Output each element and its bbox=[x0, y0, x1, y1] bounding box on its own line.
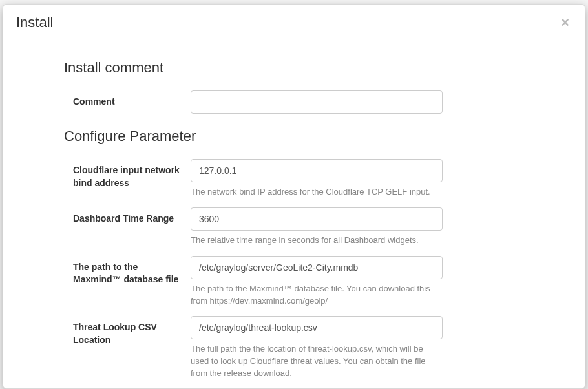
maxmind-path-help: The path to the Maxmind™ database file. … bbox=[191, 283, 443, 308]
comment-input[interactable] bbox=[191, 90, 443, 114]
bind-address-help: The network bind IP address for the Clou… bbox=[191, 186, 443, 198]
dashboard-time-range-input[interactable] bbox=[191, 207, 443, 231]
install-modal: Install × Install comment Comment Config… bbox=[3, 4, 585, 389]
modal-body: Install comment Comment Configure Parame… bbox=[3, 41, 585, 388]
section-install-comment: Install comment bbox=[64, 59, 546, 76]
section-configure-parameter: Configure Parameter bbox=[64, 128, 546, 145]
maxmind-path-input[interactable] bbox=[191, 256, 443, 279]
dashboard-time-range-row: Dashboard Time Range The relative time r… bbox=[73, 207, 546, 247]
maxmind-path-label: The path to the Maxmind™ database file bbox=[73, 262, 178, 285]
close-button[interactable]: × bbox=[558, 16, 572, 30]
modal-header: Install × bbox=[3, 5, 585, 41]
bind-address-label: Cloudflare input network bind address bbox=[73, 165, 180, 188]
modal-title: Install bbox=[16, 14, 53, 31]
threat-csv-row: Threat Lookup CSV Location The full path… bbox=[73, 316, 546, 380]
threat-csv-input[interactable] bbox=[191, 316, 443, 339]
dashboard-time-range-label: Dashboard Time Range bbox=[73, 213, 174, 224]
dashboard-time-range-help: The relative time range in seconds for a… bbox=[191, 235, 443, 247]
maxmind-path-row: The path to the Maxmind™ database file T… bbox=[73, 256, 546, 308]
comment-row: Comment bbox=[73, 90, 546, 114]
comment-label: Comment bbox=[73, 96, 115, 107]
bind-address-input[interactable] bbox=[191, 159, 443, 182]
bind-address-row: Cloudflare input network bind address Th… bbox=[73, 159, 546, 198]
threat-csv-help: The full path the the location of threat… bbox=[191, 343, 443, 380]
threat-csv-label: Threat Lookup CSV Location bbox=[73, 322, 157, 345]
